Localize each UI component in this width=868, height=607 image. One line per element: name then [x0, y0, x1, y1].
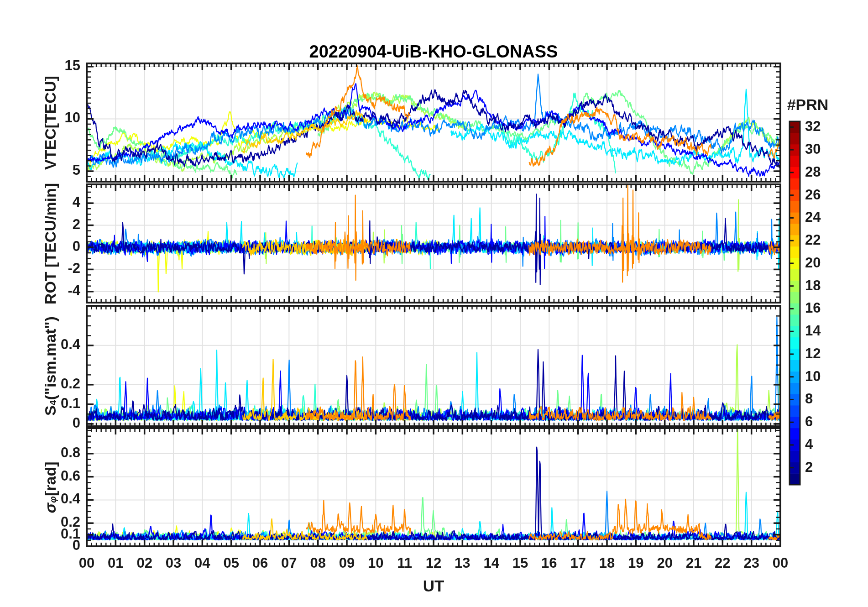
colorbar-tick-label: 12	[805, 345, 821, 362]
glonass-ionosphere-monitor-figure: 20220904-UiB-KHO-GLONASS UT #PRN 51015VT…	[0, 0, 868, 607]
colorbar-tick-label: 10	[805, 368, 821, 385]
colorbar-tick-label: 4	[805, 436, 813, 453]
colorbar-tick-label: 8	[805, 391, 813, 408]
colorbar-tick-label: 30	[805, 141, 821, 157]
colorbar-tick-label: 6	[805, 413, 813, 430]
y-axis-label-part: [rad]	[42, 461, 59, 496]
chart-canvas	[0, 0, 868, 607]
colorbar-tick-label: 18	[805, 277, 821, 294]
colorbar-tick-label: 28	[805, 164, 821, 180]
colorbar-tick-label: 2	[805, 459, 813, 476]
x-axis-title: UT	[87, 577, 780, 595]
colorbar-tick-label: 22	[805, 232, 821, 248]
colorbar-tick-label: 14	[805, 323, 821, 339]
y-axis-label-sigma-phi: σφ[rad]	[37, 364, 63, 607]
y-axis-label-part: φ	[47, 496, 58, 503]
y-axis-label-part: σ	[42, 502, 59, 513]
x-tick-label: 00	[755, 555, 805, 571]
colorbar-tick-label: 24	[805, 209, 821, 226]
colorbar-tick-label: 26	[805, 187, 821, 203]
colorbar-tick-label: 32	[805, 119, 821, 135]
chart-title: 20220904-UiB-KHO-GLONASS	[87, 42, 780, 62]
colorbar-tick-label: 16	[805, 300, 821, 317]
colorbar-tick-label: 20	[805, 255, 821, 271]
colorbar-title: #PRN	[777, 96, 838, 114]
